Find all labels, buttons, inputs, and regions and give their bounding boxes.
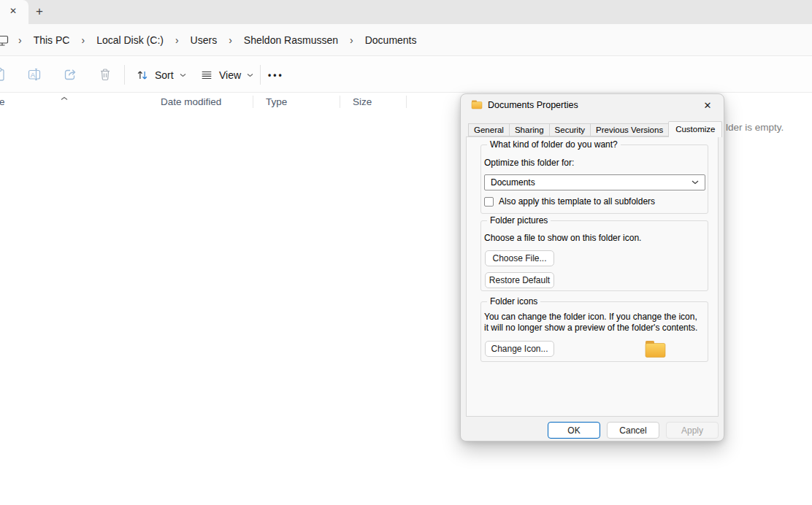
breadcrumb: › This PC › Local Disk (C:) › Users › Sh… [0, 24, 812, 56]
tab-close-icon[interactable]: ✕ [9, 6, 17, 16]
this-pc-icon [0, 34, 9, 47]
folder-type-value: Documents [491, 177, 535, 188]
svg-text:A: A [31, 71, 36, 79]
column-divider[interactable] [406, 96, 407, 108]
breadcrumb-chevron-icon: › [340, 34, 363, 46]
dialog-title: Documents Properties [488, 100, 578, 110]
sort-label: Sort [155, 69, 174, 81]
group-legend: What kind of folder do you want? [487, 139, 621, 150]
view-icon [200, 69, 213, 82]
command-toolbar: A [0, 57, 812, 93]
group-legend: Folder icons [487, 296, 540, 307]
tab-sharing[interactable]: Sharing [509, 123, 550, 136]
breadcrumb-item-this-pc[interactable]: This PC [31, 34, 72, 46]
folder-icons-group: Folder icons You can change the folder i… [480, 301, 708, 362]
view-label: View [219, 69, 241, 81]
breadcrumb-item-local-disk[interactable]: Local Disk (C:) [94, 34, 166, 46]
dialog-tab-strip: General Sharing Security Previous Versio… [468, 121, 722, 136]
folder-icon [471, 99, 483, 112]
dialog-titlebar[interactable]: Documents Properties ✕ [461, 94, 724, 116]
breadcrumb-item-documents[interactable]: Documents [363, 34, 419, 46]
breadcrumb-item-users[interactable]: Users [188, 34, 220, 46]
rename-icon[interactable]: A [27, 67, 42, 82]
chevron-down-icon [247, 73, 253, 77]
pictures-description: Choose a file to show on this folder ico… [484, 233, 641, 243]
column-size[interactable]: Size [353, 96, 372, 107]
toolbar-divider [260, 65, 261, 85]
share-icon[interactable] [63, 67, 77, 82]
column-date-modified[interactable]: Date modified [161, 96, 221, 107]
folder-template-group: What kind of folder do you want? Optimiz… [480, 144, 708, 214]
optimize-label: Optimize this folder for: [484, 158, 574, 168]
breadcrumb-chevron-icon: › [166, 34, 188, 46]
column-divider[interactable] [253, 96, 253, 108]
icons-description: You can change the folder icon. If you c… [484, 312, 702, 334]
view-button[interactable]: View [197, 64, 256, 85]
chevron-down-icon [692, 180, 699, 185]
tab-customize[interactable]: Customize [668, 121, 722, 137]
window-tab-bar: ✕ + [0, 0, 812, 24]
delete-icon[interactable] [98, 67, 112, 82]
apply-button: Apply [666, 422, 719, 439]
apply-subfolders-label: Also apply this template to all subfolde… [499, 196, 655, 207]
apply-subfolders-row: Also apply this template to all subfolde… [484, 196, 655, 207]
new-tab-button[interactable]: + [31, 3, 48, 20]
folder-preview-icon [644, 339, 667, 361]
ok-button[interactable]: OK [548, 422, 600, 439]
folder-type-dropdown[interactable]: Documents [484, 174, 705, 190]
toolbar-divider [124, 65, 125, 85]
breadcrumb-chevron-icon: › [9, 34, 31, 46]
more-options-button[interactable]: ••• [268, 64, 284, 85]
column-name-fragment[interactable]: e [0, 96, 5, 107]
column-type[interactable]: Type [266, 96, 287, 107]
breadcrumb-chevron-icon: › [72, 34, 94, 46]
sort-icon [136, 69, 149, 82]
chevron-down-icon [180, 73, 186, 77]
explorer-window: ✕ + › This PC › Local Disk (C:) › Users … [0, 0, 812, 505]
tab-general[interactable]: General [468, 123, 510, 136]
group-legend: Folder pictures [487, 215, 551, 225]
tab-previous-versions[interactable]: Previous Versions [590, 123, 669, 136]
column-divider[interactable] [340, 96, 340, 108]
close-icon[interactable]: ✕ [699, 97, 716, 115]
apply-subfolders-checkbox[interactable] [484, 197, 494, 207]
restore-default-button[interactable]: Restore Default [485, 272, 554, 288]
documents-properties-dialog: Documents Properties ✕ General Sharing S… [460, 93, 724, 442]
breadcrumb-item-user[interactable]: Sheldon Rasmussen [242, 34, 340, 46]
folder-pictures-group: Folder pictures Choose a file to show on… [480, 220, 708, 291]
change-icon-button[interactable]: Change Icon... [485, 341, 554, 357]
sort-button[interactable]: Sort [133, 64, 189, 85]
tab-security[interactable]: Security [549, 123, 591, 136]
chevron-up-icon [61, 92, 68, 103]
clipboard-icon[interactable] [0, 67, 7, 82]
explorer-tab[interactable]: ✕ [0, 0, 28, 24]
cancel-button[interactable]: Cancel [607, 422, 659, 439]
choose-file-button[interactable]: Choose File... [485, 250, 554, 266]
empty-folder-message: lder is empty. [726, 122, 784, 133]
breadcrumb-chevron-icon: › [219, 34, 242, 46]
